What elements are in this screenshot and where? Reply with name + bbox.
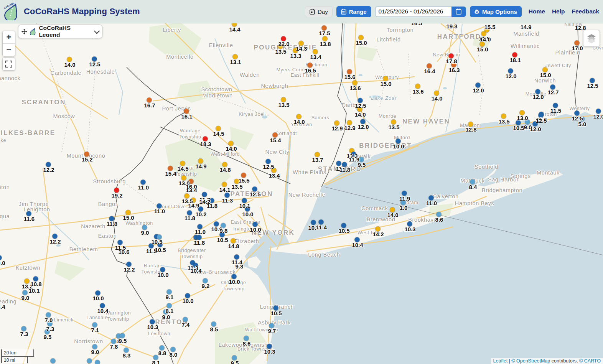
range-button[interactable]: Range bbox=[336, 6, 371, 17]
zoom-out-button[interactable]: − bbox=[3, 43, 15, 56]
station-dot[interactable] bbox=[311, 220, 316, 225]
station-dot[interactable] bbox=[501, 114, 506, 119]
station-dot[interactable] bbox=[193, 263, 198, 268]
station-dot[interactable] bbox=[351, 152, 356, 157]
station-dot[interactable] bbox=[197, 235, 202, 240]
station-dot[interactable] bbox=[225, 193, 230, 198]
station-dot[interactable] bbox=[33, 277, 38, 282]
station-dot[interactable] bbox=[525, 120, 530, 125]
station-dot[interactable] bbox=[407, 222, 412, 227]
station-dot[interactable] bbox=[181, 176, 186, 181]
station-dot[interactable] bbox=[512, 53, 517, 58]
station-dot[interactable] bbox=[46, 162, 51, 167]
date-range-input[interactable] bbox=[375, 7, 451, 17]
station-dot[interactable] bbox=[222, 182, 227, 187]
station-dot[interactable] bbox=[390, 208, 395, 212]
station-dot[interactable] bbox=[336, 161, 341, 166]
zoom-in-button[interactable]: + bbox=[3, 31, 15, 43]
station-dot[interactable] bbox=[234, 179, 239, 184]
station-dot[interactable] bbox=[361, 119, 366, 124]
date-picker-button[interactable] bbox=[451, 7, 466, 17]
station-dot[interactable] bbox=[342, 162, 347, 167]
station-dot[interactable] bbox=[198, 159, 203, 164]
station-dot[interactable] bbox=[203, 278, 208, 283]
station-dot[interactable] bbox=[209, 198, 214, 203]
station-dot[interactable] bbox=[233, 54, 238, 59]
nav-home[interactable]: Home bbox=[529, 8, 545, 15]
station-dot[interactable] bbox=[353, 81, 358, 86]
station-dot[interactable] bbox=[168, 166, 173, 171]
station-dot[interactable] bbox=[476, 83, 481, 88]
station-dot[interactable] bbox=[322, 26, 327, 31]
station-dot[interactable] bbox=[92, 344, 97, 349]
station-dot[interactable] bbox=[308, 63, 313, 68]
station-dot[interactable] bbox=[100, 303, 105, 308]
station-dot[interactable] bbox=[468, 122, 473, 127]
day-button[interactable]: Day bbox=[305, 6, 333, 17]
osm-link[interactable]: © OpenStreetMap bbox=[511, 358, 550, 364]
station-dot[interactable] bbox=[150, 320, 155, 324]
station-dot[interactable] bbox=[153, 355, 158, 360]
station-dot[interactable] bbox=[124, 348, 129, 353]
station-dot[interactable] bbox=[142, 225, 147, 230]
station-dot[interactable] bbox=[187, 211, 192, 216]
station-dot[interactable] bbox=[278, 44, 283, 49]
station-dot[interactable] bbox=[437, 212, 442, 217]
station-dot[interactable] bbox=[25, 279, 30, 284]
station-dot[interactable] bbox=[299, 41, 304, 46]
station-dot[interactable] bbox=[297, 114, 302, 119]
station-dot[interactable] bbox=[48, 321, 53, 326]
station-dot[interactable] bbox=[543, 68, 548, 72]
station-dot[interactable] bbox=[596, 109, 601, 114]
station-dot[interactable] bbox=[157, 235, 162, 240]
station-dot[interactable] bbox=[273, 133, 278, 138]
map-options-button[interactable]: ⚙ Map Options bbox=[470, 6, 522, 17]
station-dot[interactable] bbox=[171, 347, 176, 352]
station-dot[interactable] bbox=[580, 117, 585, 122]
station-dot[interactable] bbox=[401, 200, 406, 205]
station-dot[interactable] bbox=[516, 120, 521, 125]
station-dot[interactable] bbox=[508, 69, 513, 74]
station-dot[interactable] bbox=[266, 159, 271, 164]
station-dot[interactable] bbox=[575, 41, 580, 46]
nav-help[interactable]: Help bbox=[552, 8, 565, 15]
station-dot[interactable] bbox=[109, 216, 114, 221]
station-dot[interactable] bbox=[53, 234, 58, 239]
station-dot[interactable] bbox=[118, 240, 123, 245]
station-dot[interactable] bbox=[221, 223, 226, 228]
station-dot[interactable] bbox=[434, 91, 439, 96]
station-dot[interactable] bbox=[26, 211, 31, 216]
station-dot[interactable] bbox=[95, 360, 100, 364]
station-dot[interactable] bbox=[273, 306, 278, 311]
station-dot[interactable] bbox=[539, 113, 544, 118]
station-dot[interactable] bbox=[232, 356, 237, 361]
station-dot[interactable] bbox=[272, 168, 277, 173]
station-dot[interactable] bbox=[347, 120, 352, 125]
station-dot[interactable] bbox=[481, 31, 486, 36]
station-dot[interactable] bbox=[244, 336, 249, 341]
station-dot[interactable] bbox=[267, 344, 272, 349]
station-dot[interactable] bbox=[158, 242, 163, 247]
station-dot[interactable] bbox=[202, 192, 207, 197]
station-dot[interactable] bbox=[550, 85, 555, 90]
station-dot[interactable] bbox=[87, 359, 92, 364]
station-dot[interactable] bbox=[163, 310, 168, 315]
legend-control[interactable]: CoCoRaHS Legend bbox=[18, 25, 102, 38]
station-dot[interactable] bbox=[111, 339, 116, 344]
station-dot[interactable] bbox=[341, 223, 346, 228]
station-dot[interactable] bbox=[23, 290, 28, 295]
station-dot[interactable] bbox=[358, 98, 363, 103]
station-dot[interactable] bbox=[92, 57, 97, 62]
station-dot[interactable] bbox=[126, 210, 131, 215]
station-dot[interactable] bbox=[229, 141, 234, 146]
station-dot[interactable] bbox=[535, 89, 540, 94]
station-dot[interactable] bbox=[183, 317, 188, 322]
station-dot[interactable] bbox=[359, 157, 364, 162]
carto-link[interactable]: © CARTO bbox=[579, 358, 601, 364]
station-dot[interactable] bbox=[480, 42, 485, 47]
station-dot[interactable] bbox=[141, 180, 146, 185]
move-icon[interactable] bbox=[21, 29, 27, 35]
station-dot[interactable] bbox=[167, 303, 172, 308]
station-dot[interactable] bbox=[575, 111, 580, 116]
station-dot[interactable] bbox=[391, 120, 396, 125]
